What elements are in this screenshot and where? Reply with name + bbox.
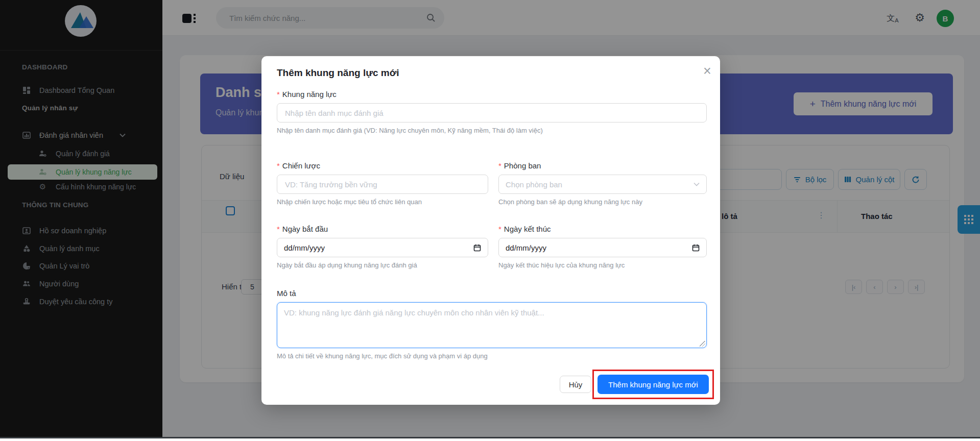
submit-button[interactable]: Thêm khung năng lực mới <box>597 375 709 394</box>
cancel-button[interactable]: Hủy <box>560 376 591 393</box>
framework-name-field[interactable] <box>277 103 707 122</box>
app-window: DASHBOARD Dashboard Tổng Quan Quản lý nh… <box>0 0 980 441</box>
end-date-label: *Ngày kết thúc <box>498 225 551 233</box>
strategy-help: Nhập chiến lược hoặc mục tiêu tổ chức li… <box>277 198 422 206</box>
close-icon[interactable]: × <box>700 63 715 79</box>
calendar-icon <box>692 244 700 252</box>
description-label: Mô tả <box>277 289 296 298</box>
framework-name-label: *Khung năng lực <box>277 90 337 99</box>
bottom-whitespace <box>0 438 980 441</box>
submit-button-label: Thêm khung năng lực mới <box>608 380 698 389</box>
start-date-help: Ngày bắt đầu áp dụng khung năng lực đánh… <box>277 261 417 269</box>
description-help: Mô tả chi tiết về khung năng lực, mục đí… <box>277 352 488 360</box>
required-mark: * <box>277 161 280 170</box>
department-select-placeholder: Chọn phòng ban <box>506 180 562 189</box>
department-help: Chọn phòng ban sẽ áp dụng khung năng lực… <box>498 198 642 206</box>
framework-name-input[interactable] <box>284 108 700 118</box>
calendar-icon <box>473 244 481 252</box>
department-label: *Phòng ban <box>498 161 541 170</box>
department-select[interactable]: Chọn phòng ban <box>498 175 707 194</box>
required-mark: * <box>277 90 280 99</box>
framework-name-help: Nhập tên danh mục đánh giá (VD: Năng lực… <box>277 127 543 134</box>
required-mark: * <box>498 225 501 233</box>
strategy-field[interactable] <box>277 175 488 194</box>
chevron-down-icon <box>694 182 700 186</box>
required-mark: * <box>277 225 280 233</box>
end-date-value: dd/mm/yyyy <box>506 243 546 252</box>
required-mark: * <box>498 161 501 170</box>
textarea-resize-handle[interactable] <box>700 341 705 347</box>
end-date-field[interactable]: dd/mm/yyyy <box>498 238 707 257</box>
modal-title: Thêm khung năng lực mới <box>277 67 399 79</box>
start-date-field[interactable]: dd/mm/yyyy <box>277 238 488 257</box>
strategy-label: *Chiến lược <box>277 161 320 170</box>
description-textarea[interactable] <box>277 302 707 348</box>
strategy-input[interactable] <box>284 180 481 189</box>
start-date-label: *Ngày bắt đầu <box>277 225 328 233</box>
start-date-value: dd/mm/yyyy <box>284 243 325 252</box>
cancel-button-label: Hủy <box>569 380 583 389</box>
end-date-help: Ngày kết thúc hiệu lực của khung năng lự… <box>498 261 625 269</box>
